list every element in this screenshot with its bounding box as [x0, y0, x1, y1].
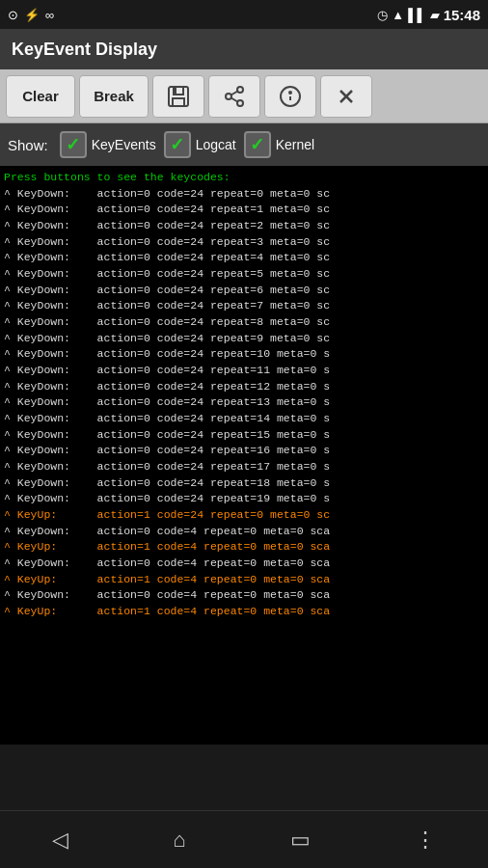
logcat-toggle[interactable]: ✓ Logcat [164, 131, 236, 158]
svg-point-6 [237, 100, 243, 106]
show-bar: Show: ✓ KeyEvents ✓ Logcat ✓ Kernel [0, 123, 488, 166]
break-button[interactable]: Break [79, 75, 149, 118]
svg-point-12 [289, 92, 291, 94]
kernel-checkbox[interactable]: ✓ [244, 131, 271, 158]
usb-icon: ⚡ [24, 8, 40, 22]
log-line: ^ KeyDown: action=0 code=24 repeat=3 met… [4, 234, 484, 251]
logcat-checkbox[interactable]: ✓ [164, 131, 191, 158]
log-line: ^ KeyUp: action=1 code=4 repeat=0 meta=0… [4, 572, 484, 588]
log-line: ^ KeyDown: action=0 code=24 repeat=4 met… [4, 250, 484, 266]
log-line: ^ KeyDown: action=0 code=24 repeat=16 me… [4, 443, 484, 459]
show-label: Show: [8, 137, 48, 153]
log-line: ^ KeyDown: action=0 code=24 repeat=1 met… [4, 202, 484, 218]
status-icons-right: ◷ ▲ ▌▌ ▰ 15:48 [377, 7, 480, 23]
log-line: ^ KeyDown: action=0 code=4 repeat=0 meta… [4, 524, 484, 540]
home-button[interactable]: ⌂ [163, 818, 195, 862]
clear-button[interactable]: Clear [6, 75, 75, 118]
log-line: ^ KeyUp: action=1 code=4 repeat=0 meta=0… [4, 604, 484, 620]
signal-icon: ▌▌ [408, 8, 425, 22]
close-icon [335, 85, 358, 108]
log-line: ^ KeyDown: action=0 code=24 repeat=8 met… [4, 314, 484, 331]
kernel-label: Kernel [276, 137, 314, 152]
android-icon: ⊙ [8, 8, 18, 22]
log-area: Press buttons to see the keycodes:^ KeyD… [0, 166, 488, 745]
log-content: Press buttons to see the keycodes:^ KeyD… [4, 170, 484, 620]
keyevents-checkbox[interactable]: ✓ [60, 131, 87, 158]
log-line: ^ KeyDown: action=0 code=24 repeat=12 me… [4, 379, 484, 395]
log-line: ^ KeyUp: action=1 code=24 repeat=0 meta=… [4, 507, 484, 524]
log-line: ^ KeyDown: action=0 code=24 repeat=2 met… [4, 218, 484, 234]
back-button[interactable]: ◁ [42, 818, 78, 862]
keyevents-toggle[interactable]: ✓ KeyEvents [60, 131, 156, 158]
voicemail-icon: ∞ [45, 8, 54, 22]
menu-button[interactable]: ⋮ [405, 818, 446, 862]
svg-line-7 [231, 97, 238, 101]
log-line: ^ KeyDown: action=0 code=24 repeat=5 met… [4, 266, 484, 283]
nav-bar: ◁ ⌂ ▭ ⋮ [0, 810, 488, 868]
close-button[interactable] [320, 75, 372, 118]
svg-rect-2 [173, 98, 184, 106]
log-line: ^ KeyUp: action=1 code=4 repeat=0 meta=0… [4, 539, 484, 556]
log-line: ^ KeyDown: action=0 code=24 repeat=7 met… [4, 298, 484, 314]
log-line: ^ KeyDown: action=0 code=24 repeat=15 me… [4, 427, 484, 444]
log-line: ^ KeyDown: action=0 code=4 repeat=0 meta… [4, 556, 484, 572]
app-title: KeyEvent Display [12, 40, 157, 60]
save-button[interactable] [152, 75, 204, 118]
info-icon [279, 85, 302, 108]
svg-point-4 [237, 87, 243, 93]
time-display: 15:48 [444, 7, 480, 23]
floppy-icon [167, 85, 190, 108]
info-button[interactable] [264, 75, 316, 118]
battery-icon: ▰ [430, 8, 440, 22]
log-line: ^ KeyDown: action=0 code=24 repeat=14 me… [4, 411, 484, 427]
log-line: Press buttons to see the keycodes: [4, 170, 484, 186]
share-button[interactable] [208, 75, 260, 118]
logcat-checkmark: ✓ [170, 134, 184, 155]
svg-point-5 [226, 94, 231, 99]
kernel-checkmark: ✓ [250, 134, 264, 155]
log-line: ^ KeyDown: action=0 code=24 repeat=10 me… [4, 346, 484, 363]
clock-icon: ◷ [377, 8, 388, 22]
log-line: ^ KeyDown: action=0 code=24 repeat=17 me… [4, 459, 484, 475]
kernel-toggle[interactable]: ✓ Kernel [244, 131, 314, 158]
log-line: ^ KeyDown: action=0 code=24 repeat=11 me… [4, 363, 484, 379]
recent-button[interactable]: ▭ [281, 818, 320, 862]
share-icon [223, 85, 246, 108]
toolbar: Clear Break [0, 69, 488, 123]
log-line: ^ KeyDown: action=0 code=4 repeat=0 meta… [4, 587, 484, 604]
status-icons-left: ⊙ ⚡ ∞ [8, 8, 54, 22]
log-line: ^ KeyDown: action=0 code=24 repeat=19 me… [4, 491, 484, 507]
keyevents-label: KeyEvents [92, 137, 156, 152]
wifi-icon: ▲ [392, 8, 404, 22]
status-bar: ⊙ ⚡ ∞ ◷ ▲ ▌▌ ▰ 15:48 [0, 0, 488, 29]
log-line: ^ KeyDown: action=0 code=24 repeat=6 met… [4, 283, 484, 299]
logcat-label: Logcat [196, 137, 236, 152]
keyevents-checkmark: ✓ [66, 134, 80, 155]
log-line: ^ KeyDown: action=0 code=24 repeat=18 me… [4, 475, 484, 492]
log-line: ^ KeyDown: action=0 code=24 repeat=13 me… [4, 394, 484, 411]
title-bar: KeyEvent Display [0, 29, 488, 69]
svg-line-8 [231, 91, 238, 95]
log-line: ^ KeyDown: action=0 code=24 repeat=9 met… [4, 331, 484, 347]
log-line: ^ KeyDown: action=0 code=24 repeat=0 met… [4, 186, 484, 203]
